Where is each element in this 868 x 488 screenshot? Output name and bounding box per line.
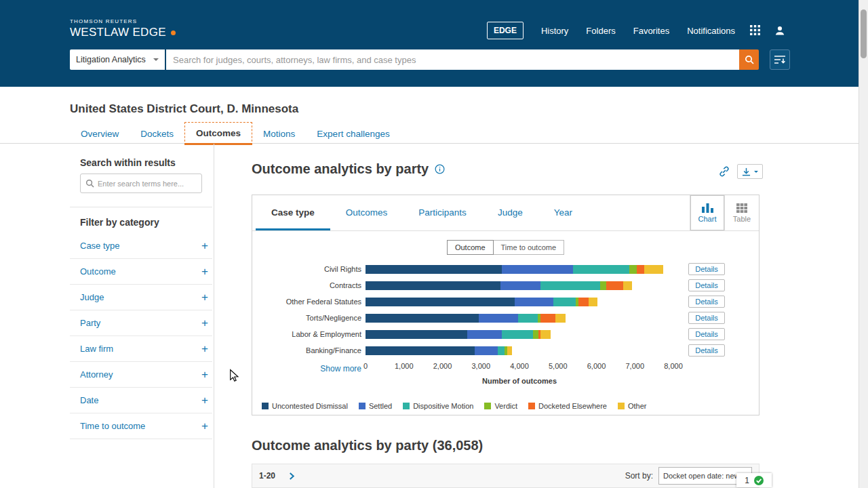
filter-item-law-firm[interactable]: Law firm+	[70, 336, 212, 362]
details-button[interactable]: Details	[688, 263, 725, 275]
stacked-bar[interactable]	[366, 330, 673, 339]
legend-item-verdict: Verdict	[484, 402, 517, 410]
bar-segment-docketed-elsewhere[interactable]	[540, 314, 555, 323]
user-profile-icon[interactable]	[774, 25, 785, 38]
filter-item-attorney[interactable]: Attorney+	[70, 362, 212, 388]
tab-dockets[interactable]: Dockets	[130, 123, 184, 145]
bar-segment-verdict[interactable]	[600, 281, 606, 290]
info-icon[interactable]	[435, 164, 445, 174]
expand-plus-icon[interactable]: +	[201, 343, 208, 354]
bar-segment-settled[interactable]	[515, 298, 554, 306]
expand-plus-icon[interactable]: +	[201, 394, 208, 406]
copy-link-icon[interactable]	[717, 164, 732, 179]
analytics-tab-participants[interactable]: Participants	[403, 195, 482, 230]
nav-item-folders[interactable]: Folders	[586, 26, 615, 36]
details-button[interactable]: Details	[688, 312, 725, 324]
bar-segment-docketed-elsewhere[interactable]	[578, 298, 588, 306]
bar-segment-settled[interactable]	[467, 330, 502, 339]
analytics-tab-year[interactable]: Year	[538, 195, 588, 230]
show-more-link[interactable]: Show more	[320, 364, 361, 373]
bar-segment-dispositive-motion[interactable]	[573, 265, 629, 274]
page-scrollbar[interactable]	[859, 0, 868, 488]
analytics-tab-judge[interactable]: Judge	[482, 195, 538, 230]
tab-motions[interactable]: Motions	[252, 123, 306, 145]
bar-segment-docketed-elsewhere[interactable]	[637, 265, 644, 274]
stacked-bar[interactable]	[366, 298, 673, 306]
axis-row: Show more 01,0002,0003,0004,0005,0006,00…	[252, 362, 759, 374]
stacked-bar[interactable]	[366, 265, 673, 274]
view-chart-button[interactable]: Chart	[690, 195, 724, 230]
stacked-bar[interactable]	[366, 281, 673, 290]
details-button[interactable]: Details	[688, 328, 725, 340]
pagination-next-icon[interactable]	[289, 472, 295, 480]
filter-item-date[interactable]: Date+	[70, 388, 212, 413]
search-button[interactable]	[739, 49, 759, 70]
bar-segment-uncontested-dismissal[interactable]	[366, 330, 467, 339]
expand-plus-icon[interactable]: +	[201, 291, 208, 303]
brand-dot-icon	[171, 30, 176, 35]
bar-segment-uncontested-dismissal[interactable]	[366, 281, 500, 290]
expand-plus-icon[interactable]: +	[201, 420, 208, 432]
bar-segment-dispositive-motion[interactable]	[553, 298, 576, 306]
search-scope-dropdown[interactable]: Litigation Analytics	[70, 49, 165, 70]
view-label: Table	[733, 215, 751, 223]
expand-plus-icon[interactable]: +	[201, 266, 208, 277]
view-table-button[interactable]: Table	[724, 195, 759, 230]
scrollbar-thumb[interactable]	[861, 9, 867, 58]
bar-segment-uncontested-dismissal[interactable]	[366, 314, 479, 323]
toggle-time-to-outcome[interactable]: Time to outcome	[493, 240, 565, 255]
brand-logo[interactable]: THOMSON REUTERS WESTLAW EDGE	[70, 18, 176, 39]
sidebar-search-input[interactable]	[98, 180, 197, 188]
bar-segment-other[interactable]	[589, 298, 597, 306]
bar-segment-other[interactable]	[540, 330, 551, 339]
filter-item-party[interactable]: Party+	[70, 310, 212, 336]
tab-outcomes[interactable]: Outcomes	[184, 122, 252, 145]
bar-segment-uncontested-dismissal[interactable]	[366, 298, 515, 306]
bar-segment-settled[interactable]	[500, 281, 540, 290]
analytics-tab-case-type[interactable]: Case type	[256, 195, 330, 230]
bar-segment-dispositive-motion[interactable]	[498, 346, 505, 355]
nav-item-history[interactable]: History	[541, 26, 568, 36]
download-button[interactable]	[737, 164, 763, 179]
bar-segment-other[interactable]	[644, 265, 663, 274]
details-button[interactable]: Details	[688, 279, 725, 291]
advanced-search-button[interactable]	[770, 49, 790, 70]
bar-segment-settled[interactable]	[502, 265, 573, 274]
bar-segment-dispositive-motion[interactable]	[518, 314, 538, 323]
expand-plus-icon[interactable]: +	[201, 369, 208, 380]
nav-item-edge[interactable]: EDGE	[487, 22, 524, 39]
nav-item-favorites[interactable]: Favorites	[633, 26, 669, 36]
stacked-bar[interactable]	[366, 346, 673, 355]
filter-item-case-type[interactable]: Case type+	[70, 233, 212, 259]
bar-segment-dispositive-motion[interactable]	[540, 281, 600, 290]
bar-segment-other[interactable]	[555, 314, 566, 323]
tab-expert-challenges[interactable]: Expert challenges	[306, 123, 400, 145]
bar-segment-docketed-elsewhere[interactable]	[606, 281, 623, 290]
bar-segment-other[interactable]	[623, 281, 632, 290]
tab-overview[interactable]: Overview	[70, 123, 130, 145]
legend-label: Uncontested Dismissal	[272, 402, 348, 410]
filter-item-time-to-outcome[interactable]: Time to outcome+	[70, 413, 212, 439]
global-search-input[interactable]	[166, 49, 739, 70]
details-button[interactable]: Details	[688, 344, 725, 357]
expand-plus-icon[interactable]: +	[201, 240, 208, 251]
filter-item-outcome[interactable]: Outcome+	[70, 259, 212, 285]
apps-grid-icon[interactable]	[750, 25, 760, 37]
details-button[interactable]: Details	[688, 296, 725, 308]
bar-segment-verdict[interactable]	[629, 265, 637, 274]
bar-segment-verdict[interactable]	[533, 330, 538, 339]
section-head: Outcome analytics by party	[252, 161, 445, 177]
bar-segment-settled[interactable]	[475, 346, 498, 355]
filter-item-judge[interactable]: Judge+	[70, 285, 212, 310]
bar-segment-uncontested-dismissal[interactable]	[366, 265, 502, 274]
bar-segment-dispositive-motion[interactable]	[502, 330, 532, 339]
stacked-bar[interactable]	[366, 314, 673, 323]
analytics-tab-outcomes[interactable]: Outcomes	[330, 195, 403, 230]
expand-plus-icon[interactable]: +	[201, 317, 208, 329]
bar-segment-uncontested-dismissal[interactable]	[366, 346, 475, 355]
bar-segment-other[interactable]	[507, 346, 512, 355]
toggle-outcome[interactable]: Outcome	[447, 240, 494, 255]
page-title: United States District Court, D. Minneso…	[70, 102, 298, 116]
nav-item-notifications[interactable]: Notifications	[687, 26, 735, 36]
bar-segment-settled[interactable]	[479, 314, 517, 323]
